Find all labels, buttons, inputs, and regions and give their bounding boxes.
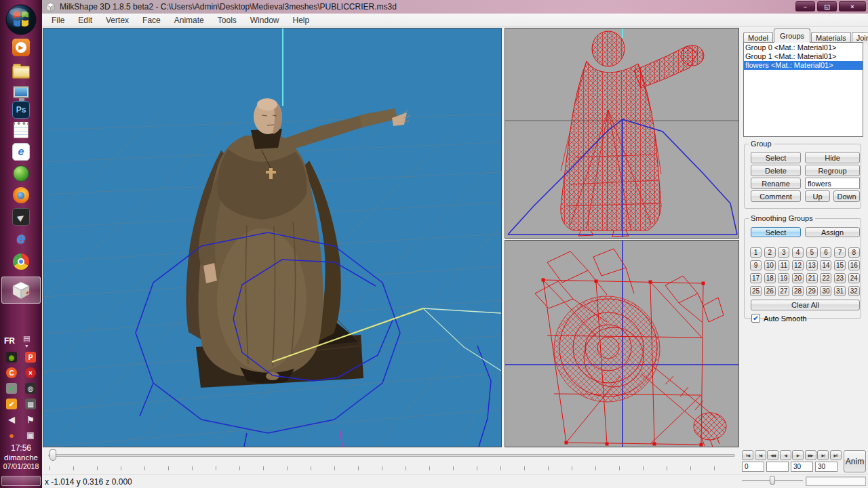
list-item[interactable]: Group 1 <Mat.: Material01> (744, 52, 863, 61)
error-tray-icon[interactable]: × (25, 367, 36, 378)
smooth-9[interactable]: 9 (750, 260, 762, 270)
keyframe-timeline[interactable] (43, 448, 739, 474)
satellite-tray-icon[interactable]: ◎ (25, 383, 36, 394)
title-bar[interactable]: MilkShape 3D 1.8.5 beta2 - C:\Users\Admi… (42, 0, 868, 14)
ie-classic-launcher[interactable]: e (12, 229, 31, 248)
group-comment-button[interactable]: Comment (751, 190, 801, 202)
menu-help[interactable]: Help (285, 14, 316, 26)
front-viewport[interactable] (505, 28, 739, 239)
group-up-button[interactable]: Up (805, 190, 830, 202)
smooth-29[interactable]: 29 (806, 286, 818, 296)
smooth-30[interactable]: 30 (820, 286, 831, 296)
tab-groups[interactable]: Groups (774, 28, 810, 43)
smooth-8[interactable]: 8 (848, 247, 860, 258)
clear-all-button[interactable]: Clear All (751, 300, 860, 310)
menu-window[interactable]: Window (243, 14, 286, 26)
update-tray-icon[interactable]: ● (6, 430, 17, 441)
smooth-6[interactable]: 6 (820, 247, 831, 258)
menu-tools[interactable]: Tools (211, 14, 243, 26)
minimize-button[interactable]: – (795, 1, 815, 12)
action-center-flag-icon[interactable]: ⚑ (25, 414, 36, 425)
smoothing-assign-button[interactable]: Assign (805, 227, 860, 237)
smooth-12[interactable]: 12 (792, 260, 804, 270)
smooth-24[interactable]: 24 (848, 273, 860, 283)
smooth-18[interactable]: 18 (764, 273, 776, 283)
menu-edit[interactable]: Edit (71, 14, 99, 26)
prev-key-button[interactable]: |◀ (755, 450, 766, 460)
smooth-15[interactable]: 15 (834, 260, 846, 270)
ie-launcher[interactable]: e (12, 142, 31, 161)
media-player-launcher[interactable]: ▶ (12, 38, 31, 57)
frame-end-field[interactable] (791, 462, 813, 472)
ccleaner-tray-icon[interactable]: C (6, 367, 17, 378)
group-delete-button[interactable]: Delete (751, 165, 801, 176)
close-button[interactable]: × (839, 1, 866, 12)
frame-current-field[interactable] (766, 462, 789, 472)
mini-slider-thumb[interactable] (770, 476, 775, 485)
anim-toggle-button[interactable]: Anim (844, 450, 866, 472)
play-button[interactable]: ▶ (792, 450, 804, 460)
safely-remove-tray-icon[interactable]: ✔ (6, 383, 17, 394)
next-key-button[interactable]: ▶| (817, 450, 829, 460)
rename-input[interactable] (805, 178, 860, 189)
fast-forward-button[interactable]: ▶▶ (805, 450, 816, 460)
group-regroup-button[interactable]: Regroup (805, 165, 860, 176)
milkshape-taskbar-button[interactable] (1, 277, 41, 304)
language-indicator[interactable]: FR (4, 336, 15, 346)
smooth-10[interactable]: 10 (764, 260, 776, 270)
group-select-button[interactable]: Select (751, 152, 801, 163)
fps-field[interactable] (815, 462, 837, 472)
nvidia-tray-icon[interactable]: ◉ (6, 352, 17, 363)
menu-face[interactable]: Face (136, 14, 167, 26)
group-hide-button[interactable]: Hide (805, 152, 860, 163)
restore-button[interactable]: ◱ (817, 1, 837, 12)
smooth-28[interactable]: 28 (792, 286, 804, 296)
volume-tray-icon[interactable]: ◀ (6, 414, 17, 425)
smooth-31[interactable]: 31 (834, 286, 846, 296)
smooth-7[interactable]: 7 (834, 247, 846, 258)
taskbar-clock[interactable]: 17:56 dimanche 07/01/2018 (0, 444, 42, 472)
smooth-2[interactable]: 2 (764, 247, 776, 258)
explorer-launcher[interactable] (12, 61, 31, 80)
smoothing-select-button[interactable]: Select (751, 227, 801, 237)
menu-file[interactable]: File (45, 14, 71, 26)
smooth-1[interactable]: 1 (750, 247, 762, 258)
auto-smooth-checkbox[interactable]: ✔ (751, 314, 760, 323)
chrome-launcher[interactable] (12, 252, 31, 271)
smooth-3[interactable]: 3 (778, 247, 789, 258)
smooth-25[interactable]: 25 (750, 286, 762, 296)
keyboard-layout-icon[interactable]: ▤ ▾ (23, 335, 30, 350)
top-viewport[interactable] (505, 240, 739, 447)
smooth-21[interactable]: 21 (806, 273, 818, 283)
firefox-launcher[interactable] (12, 186, 31, 205)
menu-animate[interactable]: Animate (167, 14, 211, 26)
antivirus-tray-icon[interactable]: ✔ (6, 399, 17, 409)
frame-start-field[interactable] (742, 462, 764, 472)
smooth-22[interactable]: 22 (820, 273, 831, 283)
list-item[interactable]: Group 0 <Mat.: Material01> (744, 43, 863, 52)
smooth-20[interactable]: 20 (792, 273, 804, 283)
first-frame-button[interactable]: ‖◀ (742, 450, 753, 460)
smooth-11[interactable]: 11 (778, 260, 789, 270)
smooth-32[interactable]: 32 (848, 286, 860, 296)
smooth-5[interactable]: 5 (806, 247, 818, 258)
show-desktop-button[interactable] (1, 476, 41, 486)
rewind-button[interactable]: ◀◀ (767, 450, 778, 460)
menu-vertex[interactable]: Vertex (99, 14, 136, 26)
smooth-26[interactable]: 26 (764, 286, 776, 296)
smooth-19[interactable]: 19 (778, 273, 789, 283)
smooth-27[interactable]: 27 (778, 286, 789, 296)
start-button[interactable] (5, 3, 37, 36)
smooth-17[interactable]: 17 (750, 273, 762, 283)
timeline-thumb[interactable] (50, 449, 56, 461)
network-tray-icon[interactable]: ▣ (25, 430, 36, 441)
globe-app-launcher[interactable] (12, 164, 31, 183)
perspective-viewport[interactable] (43, 28, 502, 447)
smooth-4[interactable]: 4 (792, 247, 804, 258)
smooth-23[interactable]: 23 (834, 273, 846, 283)
last-frame-button[interactable]: ▶‖ (830, 450, 842, 460)
computer-launcher[interactable] (12, 83, 31, 102)
console-tray-icon[interactable]: ▤ (25, 399, 36, 409)
step-back-button[interactable]: ◀ (780, 450, 791, 460)
timeline-track[interactable] (48, 454, 735, 457)
